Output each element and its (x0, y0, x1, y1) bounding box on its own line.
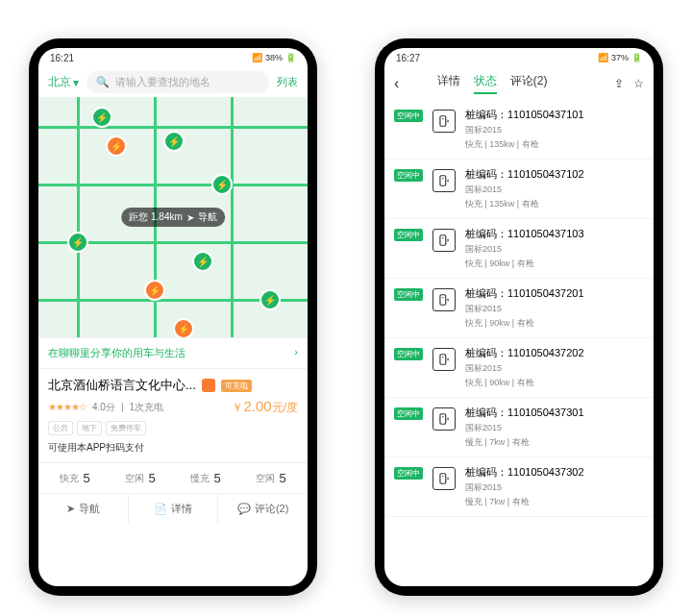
detail-button[interactable]: 📄详情 (129, 494, 219, 524)
star-icon[interactable]: ☆ (633, 77, 644, 90)
charger-spec: 慢充 | 7kw | 有枪 (465, 436, 584, 449)
status-time: 16:27 (396, 53, 420, 63)
charger-standard: 国标2015 (465, 422, 584, 434)
nav-icon: ➤ (66, 503, 75, 515)
idle-badge: 空闲中 (394, 110, 423, 122)
app-header: 北京 ▾ 🔍 请输入要查找的地名 列表 (38, 67, 308, 97)
charger-info: 桩编码：1101050437302 国标2015 慢充 | 7kw | 有枪 (465, 465, 584, 508)
action-bar: ➤导航 📄详情 💬评论(2) (38, 493, 308, 524)
charger-row[interactable]: 空闲中 桩编码：1101050437101 国标2015 快充 | 135kw … (384, 100, 654, 160)
share-icon[interactable]: ⇪ (614, 77, 624, 90)
screen-b: 16:27 📶37%🔋 ‹ 详情 状态 评论(2) ⇪ ☆ 空闲中 桩编码：11 (384, 48, 654, 586)
charger-info: 桩编码：1101050437103 国标2015 快充 | 90kw | 有枪 (465, 227, 584, 270)
charger-standard: 国标2015 (465, 362, 584, 375)
charger-row[interactable]: 空闲中 桩编码：1101050437302 国标2015 慢充 | 7kw | … (384, 457, 654, 517)
charger-code: 桩编码：1101050437201 (465, 286, 584, 301)
chip: 免费停车 (106, 421, 146, 435)
svg-rect-2 (440, 235, 446, 246)
list-view-button[interactable]: 列表 (277, 75, 298, 89)
star-icons: ★★★★☆ (48, 402, 86, 412)
charger-icon (432, 288, 456, 311)
charger-standard: 国标2015 (465, 481, 584, 494)
charger-spec: 快充 | 135kw | 有枪 (465, 198, 584, 210)
charger-info: 桩编码：1101050437101 国标2015 快充 | 135kw | 有枪 (465, 108, 584, 151)
idle-badge: 空闲中 (394, 407, 423, 420)
statusbar-b: 16:27 📶37%🔋 (384, 48, 654, 67)
charger-icon (432, 110, 456, 133)
charger-info: 桩编码：1101050437301 国标2015 慢充 | 7kw | 有枪 (465, 406, 584, 449)
payment-note: 可使用本APP扫码支付 (48, 441, 298, 455)
rating-score: 4.0分 (92, 401, 115, 414)
title-row: 北京酒仙桥语言文化中心... 可充电 (48, 377, 298, 394)
operator-badge-icon (202, 379, 215, 392)
status-icons: 📶38%🔋 (252, 53, 296, 62)
statusbar-a: 16:21 📶38%🔋 (38, 48, 308, 67)
comment-button[interactable]: 💬评论(2) (218, 494, 308, 524)
charger-spec: 快充 | 135kw | 有枪 (465, 138, 584, 151)
station-card[interactable]: 北京酒仙桥语言文化中心... 可充电 ★★★★☆ 4.0分 | 1次充电 ￥2.… (38, 368, 308, 462)
chevron-right-icon: › (294, 346, 298, 360)
charger-code: 桩编码：1101050437202 (465, 346, 584, 360)
charger-spec: 快充 | 90kw | 有枪 (465, 317, 584, 330)
charger-row[interactable]: 空闲中 桩编码：1101050437102 国标2015 快充 | 135kw … (384, 160, 654, 219)
screen-a: 16:21 📶38%🔋 北京 ▾ 🔍 请输入要查找的地名 列表 ⚡ (38, 48, 308, 586)
charger-standard: 国标2015 (465, 303, 584, 315)
charger-spec: 慢充 | 7kw | 有枪 (465, 496, 584, 508)
price: ￥2.00元/度 (232, 398, 298, 416)
charger-info: 桩编码：1101050437202 国标2015 快充 | 90kw | 有枪 (465, 346, 584, 389)
idle-badge: 空闲中 (394, 288, 423, 301)
nav-button[interactable]: ➤导航 (38, 494, 129, 524)
charger-code: 桩编码：1101050437101 (465, 108, 584, 122)
search-icon: 🔍 (96, 76, 110, 88)
charger-spec: 快充 | 90kw | 有枪 (465, 258, 584, 270)
tab-comment[interactable]: 评论(2) (510, 73, 548, 94)
charger-icon (432, 169, 456, 192)
dropdown-icon: ▾ (73, 76, 79, 89)
idle-badge: 空闲中 (394, 229, 423, 241)
charger-icon (432, 407, 456, 431)
charger-icon (432, 467, 456, 490)
charger-counts: 快充5 空闲5 慢充5 空闲5 (38, 462, 308, 493)
doc-icon: 📄 (154, 503, 167, 515)
tabs: 详情 状态 评论(2) (384, 73, 605, 94)
svg-rect-4 (440, 355, 446, 365)
map-view[interactable]: ⚡ ⚡ ⚡ ⚡ ⚡ ⚡ ⚡ ⚡ ⚡ 距您 1.84km ➤ 导航 (38, 97, 308, 337)
chip: 地下 (77, 421, 102, 435)
tab-bar: ‹ 详情 状态 评论(2) ⇪ ☆ (384, 67, 654, 100)
charger-row[interactable]: 空闲中 桩编码：1101050437202 国标2015 快充 | 90kw |… (384, 338, 654, 398)
comment-icon: 💬 (237, 503, 251, 515)
charger-code: 桩编码：1101050437301 (465, 406, 584, 420)
status-icons: 📶37%🔋 (598, 53, 642, 62)
svg-rect-3 (440, 295, 446, 306)
charger-spec: 快充 | 90kw | 有枪 (465, 377, 584, 389)
charger-row[interactable]: 空闲中 桩编码：1101050437301 国标2015 慢充 | 7kw | … (384, 398, 654, 457)
search-input[interactable]: 🔍 请输入要查找的地名 (86, 71, 269, 93)
share-banner[interactable]: 在聊聊里分享你的用车与生活 › (38, 337, 308, 368)
charger-icon (432, 229, 456, 252)
svg-rect-5 (440, 414, 446, 425)
status-tag: 可充电 (221, 380, 252, 392)
phone-right: 16:27 📶37%🔋 ‹ 详情 状态 评论(2) ⇪ ☆ 空闲中 桩编码：11 (375, 38, 663, 596)
status-time: 16:21 (50, 53, 74, 63)
charger-icon (432, 348, 456, 371)
tab-detail[interactable]: 详情 (437, 73, 460, 94)
charger-code: 桩编码：1101050437102 (465, 167, 584, 182)
idle-badge: 空闲中 (394, 467, 423, 480)
charger-row[interactable]: 空闲中 桩编码：1101050437201 国标2015 快充 | 90kw |… (384, 279, 654, 338)
svg-rect-1 (440, 176, 446, 186)
feature-chips: 公共 地下 免费停车 (48, 421, 298, 435)
charger-standard: 国标2015 (465, 124, 584, 136)
charger-standard: 国标2015 (465, 184, 584, 196)
charger-code: 桩编码：1101050437103 (465, 227, 584, 241)
city-select[interactable]: 北京 ▾ (48, 74, 79, 90)
nav-icon: ➤ (186, 212, 194, 223)
idle-badge: 空闲中 (394, 169, 423, 182)
charger-info: 桩编码：1101050437201 国标2015 快充 | 90kw | 有枪 (465, 286, 584, 330)
distance-badge[interactable]: 距您 1.84km ➤ 导航 (121, 208, 225, 227)
charger-list[interactable]: 空闲中 桩编码：1101050437101 国标2015 快充 | 135kw … (384, 100, 654, 586)
charger-row[interactable]: 空闲中 桩编码：1101050437103 国标2015 快充 | 90kw |… (384, 219, 654, 279)
station-title: 北京酒仙桥语言文化中心... (48, 377, 196, 394)
svg-rect-0 (440, 116, 446, 127)
charger-code: 桩编码：1101050437302 (465, 465, 584, 480)
tab-status[interactable]: 状态 (474, 73, 497, 94)
